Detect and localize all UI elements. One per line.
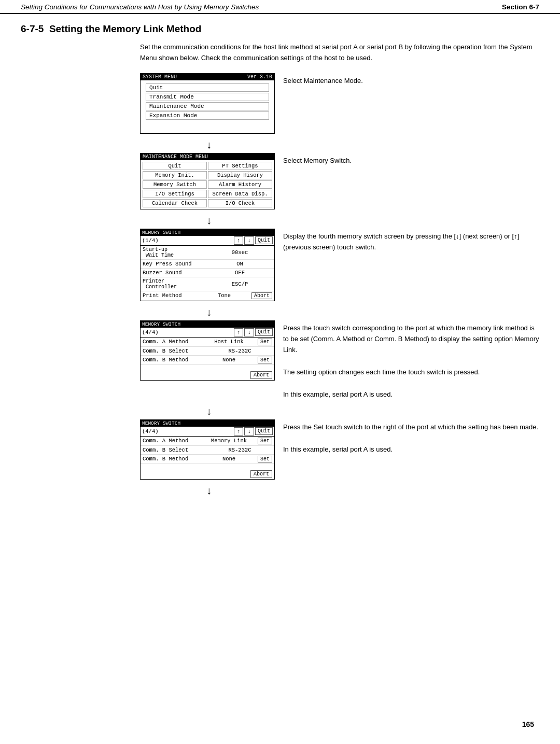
- screen4-row2: Comm. B Select RS-232C: [141, 347, 274, 356]
- intro-text: Set the communication conditions for the…: [0, 42, 560, 64]
- screen5-up-btn[interactable]: ↑: [234, 427, 244, 436]
- screen4-up-btn[interactable]: ↑: [234, 328, 244, 336]
- screen4-abort-btn[interactable]: Abort: [250, 371, 272, 379]
- screen1-menu: Quit Transmit Mode Maintenance Mode Expa…: [141, 80, 274, 133]
- screen5-abort-btn[interactable]: Abort: [250, 470, 272, 478]
- screen2-title: MAINTENANCE MODE MENU: [143, 154, 208, 160]
- s2-alarm-history: Alarm History: [208, 180, 272, 189]
- screen3-row5: Print Method Tone Abort: [141, 291, 274, 301]
- section-title: 6-7-5 Setting the Memory Link Method: [0, 23, 560, 35]
- screen5-set-btn-b[interactable]: Set: [258, 456, 272, 462]
- screen4-nav: ↑ ↓ Quit: [234, 328, 273, 336]
- s2-calendar-check: Calendar Check: [143, 199, 207, 207]
- screen5-abort-row: Abort: [141, 469, 274, 479]
- diagram-row-1: SYSTEM MENU Ver 3.10 Quit Transmit Mode …: [21, 73, 539, 134]
- header-title: Setting Conditions for Communications wi…: [21, 3, 259, 11]
- screen5-down-btn[interactable]: ↓: [244, 427, 254, 436]
- diagram-row-4: MEMORY SWITCH (4/4) ↑ ↓ Quit Comm. A Met…: [21, 320, 539, 400]
- diagram-row-5: MEMORY SWITCH (4/4) ↑ ↓ Quit Comm. A Met…: [21, 419, 539, 480]
- screen1-item-expansion: Expansion Mode: [146, 111, 269, 120]
- s2-screen-data: Screen Data Disp.: [208, 190, 272, 198]
- screen2-titlebar: MAINTENANCE MODE MENU: [141, 153, 274, 160]
- screen1-title: SYSTEM MENU: [143, 74, 177, 80]
- screen3-abort-btn[interactable]: Abort: [251, 292, 272, 299]
- screen1-item-maintenance: Maintenance Mode: [146, 102, 269, 110]
- screen5: MEMORY SWITCH (4/4) ↑ ↓ Quit Comm. A Met…: [140, 419, 275, 480]
- screen3-row3: Buzzer Sound OFF: [141, 269, 274, 277]
- screen3-up-btn[interactable]: ↑: [234, 236, 244, 245]
- desc3: Display the fourth memory switch screen …: [275, 229, 539, 253]
- desc5: Press the Set touch switch to the right …: [275, 419, 539, 455]
- screen4-page: (4/4): [142, 329, 159, 335]
- s2-memory-init: Memory Init.: [143, 171, 207, 179]
- screen5-row3: Comm. B Method None Set: [141, 455, 274, 464]
- screen3-header: MEMORY SWITCH: [141, 229, 274, 236]
- screen4-quit-btn[interactable]: Quit: [255, 328, 273, 336]
- screen1-titlebar: SYSTEM MENU Ver 3.10: [141, 74, 274, 80]
- screen3-subheader: (1/4) ↑ ↓ Quit: [141, 236, 274, 246]
- s2-display-history: Display Hisory: [208, 171, 272, 179]
- screen1-version: Ver 3.10: [247, 74, 272, 80]
- s2-quit: Quit: [143, 162, 207, 170]
- arrow-3: ↓: [21, 306, 212, 318]
- screen3-quit-btn[interactable]: Quit: [255, 236, 273, 244]
- screen5-title: MEMORY SWITCH: [142, 420, 180, 426]
- desc2: Select Memory Switch.: [275, 153, 539, 166]
- diagram-row-3: MEMORY SWITCH (1/4) ↑ ↓ Quit Start-up Wa…: [21, 229, 539, 301]
- header-section: Section 6-7: [502, 3, 539, 11]
- screen3: MEMORY SWITCH (1/4) ↑ ↓ Quit Start-up Wa…: [140, 229, 275, 301]
- screen5-nav: ↑ ↓ Quit: [234, 427, 273, 436]
- screen1-item-quit: Quit: [146, 83, 269, 92]
- screen5-quit-btn[interactable]: Quit: [255, 427, 273, 435]
- page-number: 165: [522, 720, 534, 728]
- screen4: MEMORY SWITCH (4/4) ↑ ↓ Quit Comm. A Met…: [140, 320, 275, 381]
- desc5-line2: In this example, serial port A is used.: [283, 445, 393, 453]
- screen3-row4: Printer Controller ESC/P: [141, 277, 274, 291]
- screen3-row1: Start-up Wait Time 00sec: [141, 246, 274, 260]
- screen4-set-btn-a[interactable]: Set: [258, 339, 272, 345]
- screen4-row3: Comm. B Method None Set: [141, 356, 274, 365]
- screen2-grid: Quit PT Settings Memory Init. Display Hi…: [141, 160, 274, 209]
- screen4-subheader: (4/4) ↑ ↓ Quit: [141, 328, 274, 338]
- screen4-title: MEMORY SWITCH: [142, 321, 180, 327]
- screen5-subheader: (4/4) ↑ ↓ Quit: [141, 427, 274, 437]
- page-container: Setting Conditions for Communications wi…: [0, 0, 560, 744]
- s2-io-settings: I/O Settings: [143, 190, 207, 198]
- screen5-page: (4/4): [142, 428, 159, 434]
- screen5-row2: Comm. B Select RS-232C: [141, 446, 274, 455]
- screen3-page: (1/4): [142, 237, 159, 244]
- s2-io-check: I/O Check: [208, 199, 272, 207]
- arrow-4: ↓: [21, 405, 212, 417]
- desc4-line3: In this example, serial port A is used.: [283, 390, 393, 398]
- screen5-row1: Comm. A Method Memory Link Set: [141, 437, 274, 446]
- arrow-5: ↓: [21, 485, 212, 497]
- content-area: SYSTEM MENU Ver 3.10 Quit Transmit Mode …: [0, 73, 560, 517]
- diagram-row-2: MAINTENANCE MODE MENU Quit PT Settings M…: [21, 153, 539, 209]
- screen4-row1: Comm. A Method Host Link Set: [141, 338, 274, 347]
- screen4-set-btn-b[interactable]: Set: [258, 357, 272, 363]
- screen1: SYSTEM MENU Ver 3.10 Quit Transmit Mode …: [140, 73, 275, 134]
- arrow-2: ↓: [21, 215, 212, 227]
- s2-memory-switch: Memory Switch: [143, 180, 207, 189]
- screen2: MAINTENANCE MODE MENU Quit PT Settings M…: [140, 153, 275, 209]
- screen1-item-transmit: Transmit Mode: [146, 93, 269, 101]
- page-header: Setting Conditions for Communications wi…: [0, 0, 560, 14]
- arrow-1: ↓: [21, 139, 212, 151]
- screen3-down-btn[interactable]: ↓: [244, 236, 254, 245]
- screen4-header: MEMORY SWITCH: [141, 321, 274, 328]
- screen4-down-btn[interactable]: ↓: [244, 328, 254, 336]
- s2-pt-settings: PT Settings: [208, 162, 272, 170]
- screen3-row2: Key Press Sound ON: [141, 260, 274, 269]
- screen3-nav: ↑ ↓ Quit: [234, 236, 273, 245]
- screen4-abort-row: Abort: [141, 370, 274, 380]
- desc5-line1: Press the Set touch switch to the right …: [283, 423, 538, 431]
- screen3-title: MEMORY SWITCH: [142, 230, 180, 235]
- desc4-line2: The setting option changes each time the…: [283, 368, 480, 376]
- desc4: Press the touch switch corresponding to …: [275, 320, 539, 400]
- desc4-line1: Press the touch switch corresponding to …: [283, 324, 539, 354]
- desc1: Select Maintenance Mode.: [275, 73, 539, 86]
- screen5-header: MEMORY SWITCH: [141, 420, 274, 427]
- screen5-set-btn-a[interactable]: Set: [258, 438, 272, 444]
